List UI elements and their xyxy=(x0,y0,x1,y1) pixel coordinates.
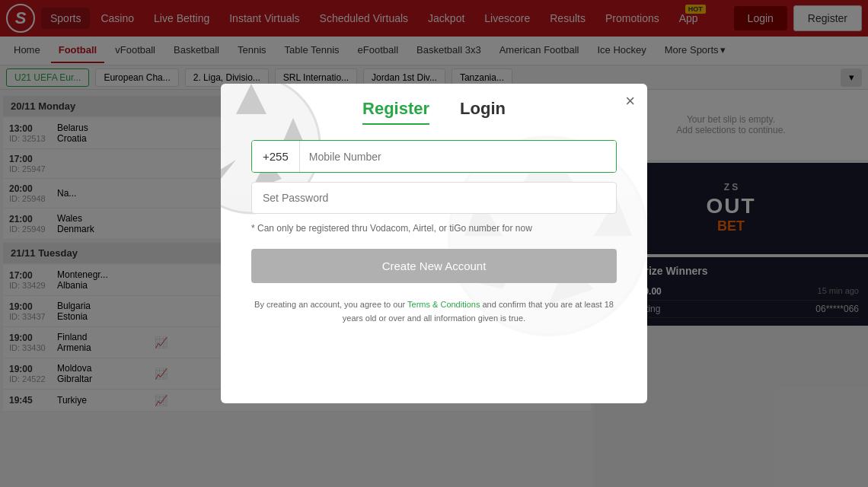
phone-input-wrapper: +255 xyxy=(251,140,617,173)
mobile-number-input[interactable] xyxy=(300,141,616,172)
modal-close-button[interactable]: × xyxy=(625,93,635,110)
modal-body: +255 * Can only be registered thru Vodac… xyxy=(221,140,647,348)
terms-text: By creating an account, you agree to our… xyxy=(251,298,617,325)
modal-tabs: Register Login xyxy=(221,84,647,125)
create-account-button[interactable]: Create New Account xyxy=(251,249,617,283)
register-modal: × Register Login +255 xyxy=(221,84,647,403)
tab-register[interactable]: Register xyxy=(362,99,429,125)
phone-input-group: +255 xyxy=(251,140,617,173)
password-input-group xyxy=(251,182,617,214)
password-input[interactable] xyxy=(251,182,617,214)
tab-login[interactable]: Login xyxy=(460,99,506,125)
terms-link[interactable]: Terms & Conditions xyxy=(407,300,480,309)
phone-prefix: +255 xyxy=(252,141,300,172)
modal-overlay[interactable]: × Register Login +255 xyxy=(0,0,868,487)
info-text: * Can only be registered thru Vodacom, A… xyxy=(251,223,617,234)
